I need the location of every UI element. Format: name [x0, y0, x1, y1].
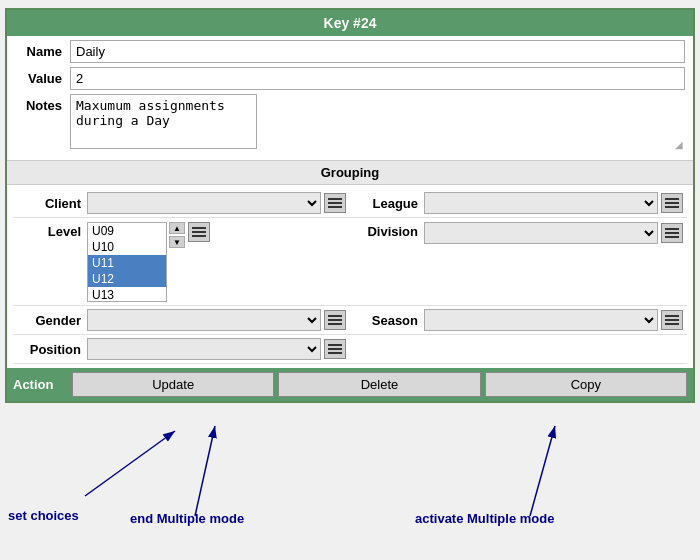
- svg-line-2: [195, 426, 215, 516]
- svg-line-3: [530, 426, 555, 516]
- level-scroll-up[interactable]: ▲: [169, 222, 185, 234]
- resize-icon: ◢: [675, 139, 683, 150]
- season-select[interactable]: [424, 309, 658, 331]
- notes-textarea-wrap: Maxumum assignments during a Day ◢: [70, 94, 685, 152]
- name-label: Name: [15, 40, 70, 59]
- action-label: Action: [13, 377, 68, 392]
- gender-select-container: [87, 309, 346, 331]
- gender-select[interactable]: [87, 309, 321, 331]
- copy-button[interactable]: Copy: [485, 372, 687, 397]
- season-label: Season: [354, 313, 424, 328]
- client-select-container: [87, 192, 346, 214]
- empty-row: [350, 335, 687, 364]
- level-option-u09[interactable]: U09: [88, 223, 166, 239]
- arrows-diagram: [0, 411, 700, 531]
- main-dialog: Key #24 Name Value Notes Maxumum assignm…: [5, 8, 695, 403]
- league-select[interactable]: [424, 192, 658, 214]
- annotation-area: set choices end Multiple mode activate M…: [0, 411, 700, 531]
- notes-label: Notes: [15, 94, 70, 113]
- client-select[interactable]: [87, 192, 321, 214]
- client-row: Client: [13, 189, 350, 218]
- level-scroll-buttons: ▲ ▼: [169, 222, 185, 248]
- position-select-container: [87, 338, 346, 360]
- end-multiple-text: end Multiple mode: [130, 511, 244, 526]
- activate-multiple-text: activate Multiple mode: [415, 511, 554, 526]
- division-label: Division: [354, 222, 424, 239]
- dialog-title: Key #24: [7, 10, 693, 36]
- position-label: Position: [17, 342, 87, 357]
- season-select-container: [424, 309, 683, 331]
- level-option-u11[interactable]: U11: [88, 255, 166, 271]
- client-multi-btn[interactable]: [324, 193, 346, 213]
- level-option-u12[interactable]: U12: [88, 271, 166, 287]
- division-select[interactable]: [424, 222, 658, 244]
- level-listbox[interactable]: U09 U10 U11 U12 U13: [87, 222, 167, 302]
- division-multi-btn[interactable]: [661, 223, 683, 243]
- update-button[interactable]: Update: [72, 372, 274, 397]
- position-row: Position: [13, 335, 350, 364]
- league-row: League: [350, 189, 687, 218]
- gender-row: Gender: [13, 306, 350, 335]
- value-label: Value: [15, 67, 70, 86]
- league-multi-btn[interactable]: [661, 193, 683, 213]
- form-section: Name Value Notes Maxumum assignments dur…: [7, 36, 693, 160]
- position-select[interactable]: [87, 338, 321, 360]
- value-row: Value: [15, 67, 685, 90]
- value-input[interactable]: [70, 67, 685, 90]
- division-select-container: [424, 222, 683, 244]
- position-multi-btn[interactable]: [324, 339, 346, 359]
- season-row: Season: [350, 306, 687, 335]
- name-row: Name: [15, 40, 685, 63]
- level-option-u13[interactable]: U13: [88, 287, 166, 302]
- client-label: Client: [17, 196, 87, 211]
- season-multi-btn[interactable]: [661, 310, 683, 330]
- gender-label: Gender: [17, 313, 87, 328]
- level-option-u10[interactable]: U10: [88, 239, 166, 255]
- grouping-grid: Client League: [7, 187, 693, 366]
- set-choices-text: set choices: [8, 508, 79, 523]
- league-label: League: [354, 196, 424, 211]
- level-scroll-down[interactable]: ▼: [169, 236, 185, 248]
- league-select-container: [424, 192, 683, 214]
- delete-button[interactable]: Delete: [278, 372, 480, 397]
- level-listbox-wrap: U09 U10 U11 U12 U13 ▲ ▼: [87, 222, 346, 302]
- svg-line-1: [85, 431, 175, 496]
- action-bar: Action Update Delete Copy: [7, 368, 693, 401]
- grouping-header: Grouping: [7, 160, 693, 185]
- name-input[interactable]: [70, 40, 685, 63]
- level-row: Level U09 U10 U11 U12 U13 ▲ ▼: [13, 218, 350, 306]
- gender-multi-btn[interactable]: [324, 310, 346, 330]
- notes-row: Notes Maxumum assignments during a Day ◢: [15, 94, 685, 152]
- level-multi-btn[interactable]: [188, 222, 210, 242]
- division-row: Division: [350, 218, 687, 306]
- notes-textarea[interactable]: Maxumum assignments during a Day: [70, 94, 257, 149]
- level-label: Level: [17, 222, 87, 239]
